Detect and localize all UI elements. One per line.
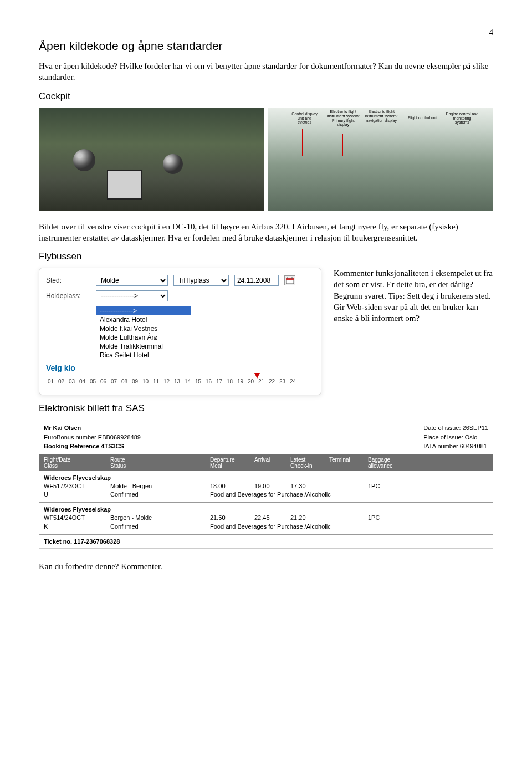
flight-number: WF514/24OCT bbox=[44, 514, 110, 522]
iata-number: IATA number 60494081 bbox=[423, 442, 488, 451]
sted-select[interactable]: Molde bbox=[96, 275, 168, 286]
dropdown-option[interactable]: Molde f.kai Vestnes bbox=[96, 324, 191, 333]
heading-cockpit: Cockpit bbox=[39, 91, 493, 102]
hour-marker-icon[interactable] bbox=[254, 373, 260, 379]
hour-tick: 06 bbox=[99, 379, 108, 385]
dropdown-option[interactable]: Molde Trafikkterminal bbox=[96, 342, 191, 351]
issue-date: Date of issue: 26SEP11 bbox=[423, 423, 488, 433]
holdeplass-select[interactable]: ---------------> bbox=[96, 290, 168, 301]
departure-time: 21.50 bbox=[210, 514, 254, 522]
hour-tick: 02 bbox=[57, 379, 66, 385]
hour-tick: 20 bbox=[246, 379, 255, 385]
hour-tick: 15 bbox=[193, 379, 203, 385]
sas-ticket: Mr Kai Olsen EuroBonus number EBB0699284… bbox=[39, 420, 493, 549]
final-question: Kan du forbedre denne? Kommenter. bbox=[39, 561, 493, 572]
hour-tick: 09 bbox=[130, 379, 140, 385]
heading-sas: Elektronisk billett fra SAS bbox=[39, 403, 493, 414]
hour-tick: 03 bbox=[67, 379, 76, 385]
meal: Food and Beverages for Purchase /Alcohol… bbox=[210, 523, 488, 531]
status: Confirmed bbox=[110, 490, 210, 499]
holdeplass-label: Holdeplass: bbox=[46, 292, 90, 300]
flight-number: WF517/23OCT bbox=[44, 482, 110, 490]
hour-tick: 24 bbox=[288, 379, 298, 385]
hour-slider[interactable]: 01 02 03 04 05 06 07 08 09 10 11 12 13 1… bbox=[46, 375, 314, 385]
cockpit-image-row: Control display unit and throttles Elect… bbox=[39, 108, 493, 211]
calendar-icon[interactable] bbox=[284, 275, 295, 285]
departure-time: 18.00 bbox=[210, 482, 254, 490]
heading-flybussen: Flybussen bbox=[39, 251, 493, 262]
a320-label-fcu: Flight control unit bbox=[407, 116, 438, 120]
cockpit-paragraph: Bildet over til venstre viser cockpit i … bbox=[39, 221, 493, 244]
airline-name: Wideroes Flyveselskap bbox=[44, 506, 488, 513]
direction-select[interactable]: Til flyplass bbox=[173, 275, 229, 286]
hour-tick: 08 bbox=[120, 379, 129, 385]
hour-tick: 21 bbox=[257, 379, 266, 385]
eurobonus-number: EuroBonus number EBB069928489 bbox=[44, 433, 141, 442]
latest-checkin: 17.30 bbox=[290, 482, 329, 490]
date-input[interactable] bbox=[234, 275, 279, 286]
latest-checkin: 21.20 bbox=[290, 514, 329, 522]
meal: Food and Beverages for Purchase /Alcohol… bbox=[210, 490, 488, 499]
hour-tick: 01 bbox=[46, 379, 55, 385]
hour-tick: 07 bbox=[109, 379, 119, 385]
class: K bbox=[44, 523, 110, 531]
baggage: 1PC bbox=[368, 482, 412, 490]
arrival-time: 19.00 bbox=[254, 482, 290, 490]
hour-tick: 16 bbox=[204, 379, 213, 385]
svg-rect-1 bbox=[286, 278, 294, 280]
sted-label: Sted: bbox=[46, 277, 90, 284]
a320-label-nav: Electronic flight instrument system/ nav… bbox=[365, 110, 398, 122]
hour-tick: 17 bbox=[214, 379, 224, 385]
intro-paragraph: Hva er åpen kildekode? Hvilke fordeler h… bbox=[39, 60, 493, 83]
route: Bergen - Molde bbox=[110, 514, 210, 522]
holdeplass-dropdown[interactable]: ---------------> Alexandra Hotel Molde f… bbox=[96, 306, 191, 360]
flight-segment: Wideroes Flyveselskap WF517/23OCT Molde … bbox=[39, 471, 493, 503]
sas-table-header: Flight/DateClass RouteStatus DepartureMe… bbox=[39, 454, 493, 471]
flybussen-comment: Kommenter funksjonaliteten i eksempelet … bbox=[334, 268, 493, 324]
hour-tick: 13 bbox=[172, 379, 182, 385]
dropdown-option[interactable]: ---------------> bbox=[96, 306, 191, 315]
cockpit-a320-image: Control display unit and throttles Elect… bbox=[268, 108, 493, 211]
flight-segment: Wideroes Flyveselskap WF514/24OCT Bergen… bbox=[39, 503, 493, 535]
hour-tick: 04 bbox=[78, 379, 87, 385]
route: Molde - Bergen bbox=[110, 482, 210, 490]
status: Confirmed bbox=[110, 523, 210, 531]
hour-tick: 10 bbox=[141, 379, 150, 385]
a320-label-control: Control display unit and throttles bbox=[291, 112, 319, 125]
velg-klokkeslett-label: Velg klo bbox=[46, 364, 314, 372]
issue-place: Place of issue: Oslo bbox=[423, 433, 488, 442]
page-number: 4 bbox=[39, 28, 493, 37]
dropdown-option[interactable]: Molde Lufthavn Årø bbox=[96, 333, 191, 342]
hour-tick: 12 bbox=[162, 379, 171, 385]
airline-name: Wideroes Flyveselskap bbox=[44, 474, 488, 481]
baggage: 1PC bbox=[368, 514, 412, 522]
cockpit-dc10-image bbox=[39, 108, 264, 211]
hour-tick: 14 bbox=[183, 379, 192, 385]
flybussen-screenshot: Sted: Molde Til flyplass Holdeplass: ---… bbox=[39, 268, 321, 395]
passenger-name: Mr Kai Olsen bbox=[44, 425, 81, 431]
hour-tick: 23 bbox=[278, 379, 287, 385]
arrival-time: 22.45 bbox=[254, 514, 290, 522]
dropdown-option[interactable]: Alexandra Hotel bbox=[96, 315, 191, 324]
hour-tick: 11 bbox=[151, 379, 161, 385]
a320-label-engine: Engine control and monitoring systems bbox=[446, 112, 479, 125]
a320-label-efis: Electronic flight instrument system/ Pri… bbox=[326, 110, 360, 127]
hour-tick: 18 bbox=[225, 379, 234, 385]
hour-tick: 19 bbox=[236, 379, 245, 385]
dropdown-option[interactable]: Rica Seilet Hotel bbox=[96, 351, 191, 360]
ticket-number: Ticket no. 117-2367068328 bbox=[39, 535, 493, 548]
hour-tick: 22 bbox=[267, 379, 277, 385]
class: U bbox=[44, 490, 110, 499]
heading-open-source: Åpen kildekode og åpne standarder bbox=[39, 39, 493, 53]
hour-tick: 05 bbox=[88, 379, 98, 385]
booking-reference: Booking Reference 4TS3CS bbox=[44, 443, 124, 449]
